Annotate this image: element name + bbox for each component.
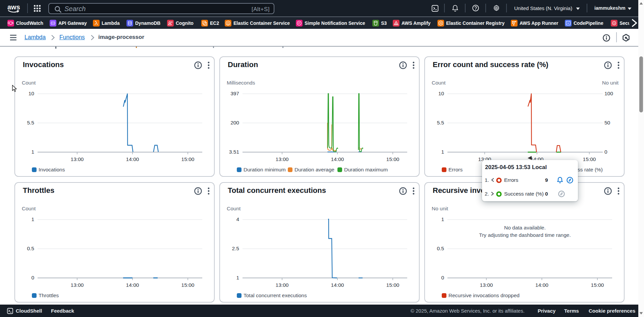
svg-text:aws: aws (7, 3, 20, 11)
